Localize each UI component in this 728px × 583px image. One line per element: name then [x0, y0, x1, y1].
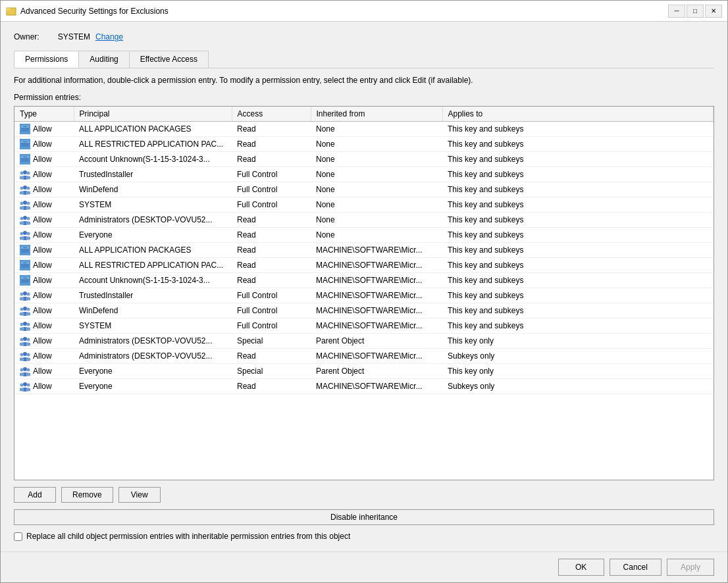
cell-access: Read [232, 151, 311, 166]
cell-principal: WinDefend [74, 303, 232, 318]
cell-inherited: Parent Object [311, 333, 442, 348]
people-icon [20, 366, 30, 376]
cell-principal: Administrators (DESKTOP-VOVU52... [74, 333, 232, 348]
cell-inherited: MACHINE\SOFTWARE\Micr... [311, 378, 442, 393]
col-header-access: Access [232, 107, 311, 122]
content-area: Owner: SYSTEM Change Permissions Auditin… [1, 22, 727, 551]
apply-button[interactable]: Apply [667, 559, 714, 576]
cell-principal: SYSTEM [74, 318, 232, 333]
tab-auditing[interactable]: Auditing [78, 51, 129, 68]
svg-point-56 [23, 292, 27, 295]
svg-point-88 [20, 368, 24, 371]
package-icon [20, 154, 30, 165]
minimize-button[interactable]: ─ [668, 5, 685, 18]
info-text: For additional information, double-click… [14, 75, 714, 86]
disable-inheritance-button[interactable]: Disable inheritance [14, 509, 714, 525]
people-icon [20, 351, 30, 361]
svg-rect-1 [7, 8, 11, 11]
people-icon [20, 184, 30, 195]
svg-point-90 [27, 368, 30, 371]
cell-access: Full Control [232, 318, 311, 333]
cell-applies: This key only [442, 333, 714, 348]
cell-inherited: None [311, 182, 442, 197]
cell-type: Allow [14, 257, 74, 272]
people-icon [20, 336, 30, 346]
table-row[interactable]: Allow TrustedInstaller Full Control MACH… [14, 288, 714, 303]
table-row[interactable]: Allow Account Unknown(S-1-15-3-1024-3...… [14, 272, 714, 288]
table-row[interactable]: Allow WinDefend Full Control None This k… [14, 182, 714, 197]
cell-applies: This key and subkeys [442, 136, 714, 151]
people-icon [20, 215, 30, 225]
svg-point-76 [20, 338, 24, 341]
tab-permissions[interactable]: Permissions [14, 51, 79, 68]
maximize-button[interactable]: □ [687, 5, 704, 18]
cell-access: Read [232, 257, 311, 272]
cell-type: Allow [14, 151, 74, 166]
cell-principal: ALL RESTRICTED APPLICATION PAC... [74, 136, 232, 151]
cell-access: Read [232, 121, 311, 136]
tab-effective-access[interactable]: Effective Access [129, 51, 209, 68]
svg-point-82 [20, 353, 24, 356]
footer: OK Cancel Apply [1, 551, 727, 582]
table-row[interactable]: Allow WinDefend Full Control MACHINE\SOF… [14, 303, 714, 318]
view-button[interactable]: View [118, 487, 161, 503]
cell-type: Allow [14, 121, 74, 136]
table-row[interactable]: Allow ALL APPLICATION PACKAGES Read None… [14, 121, 714, 136]
cell-type: Allow [14, 333, 74, 348]
table-row[interactable]: Allow Everyone Read MACHINE\SOFTWARE\Mic… [14, 378, 714, 393]
cell-access: Full Control [232, 288, 311, 303]
table-row[interactable]: Allow ALL RESTRICTED APPLICATION PAC... … [14, 257, 714, 272]
svg-point-24 [27, 186, 30, 190]
people-icon [20, 290, 30, 301]
table-row[interactable]: Allow ALL APPLICATION PACKAGES Read MACH… [14, 242, 714, 257]
package-icon [20, 275, 30, 286]
table-row[interactable]: Allow Everyone Special Parent Object Thi… [14, 363, 714, 378]
svg-point-68 [23, 322, 27, 326]
svg-point-18 [27, 171, 30, 174]
cell-type: Allow [14, 242, 74, 257]
svg-rect-13 [23, 157, 27, 157]
add-button[interactable]: Add [14, 487, 56, 503]
svg-point-66 [27, 307, 30, 311]
table-row[interactable]: Allow Administrators (DESKTOP-VOVU52... … [14, 212, 714, 227]
permissions-table-container[interactable]: Type Principal Access Inherited from App… [14, 106, 714, 480]
remove-button[interactable]: Remove [61, 487, 113, 503]
cell-type: Allow [14, 212, 74, 227]
cell-inherited: MACHINE\SOFTWARE\Micr... [311, 318, 442, 333]
table-row[interactable]: Allow TrustedInstaller Full Control None… [14, 166, 714, 182]
ok-button[interactable]: OK [558, 559, 604, 576]
cell-inherited: MACHINE\SOFTWARE\Micr... [311, 288, 442, 303]
cell-type: Allow [14, 288, 74, 303]
cell-applies: This key and subkeys [442, 227, 714, 242]
table-row[interactable]: Allow Everyone Read None This key and su… [14, 227, 714, 242]
people-icon [20, 305, 30, 316]
svg-rect-9 [23, 141, 27, 142]
svg-point-34 [20, 216, 24, 220]
package-icon [20, 245, 30, 255]
svg-point-94 [20, 383, 24, 386]
people-icon [20, 230, 30, 240]
main-window: Advanced Security Settings for Exclusion… [0, 0, 728, 583]
change-owner-link[interactable]: Change [95, 32, 123, 41]
cell-inherited: None [311, 166, 442, 182]
owner-label: Owner: [14, 32, 39, 41]
cell-principal: Account Unknown(S-1-15-3-1024-3... [74, 272, 232, 288]
cell-access: Full Control [232, 303, 311, 318]
table-row[interactable]: Allow Account Unknown(S-1-15-3-1024-3...… [14, 151, 714, 166]
cancel-button[interactable]: Cancel [610, 559, 662, 576]
col-header-applies: Applies to [442, 107, 714, 122]
table-row[interactable]: Allow Administrators (DESKTOP-VOVU52... … [14, 333, 714, 348]
svg-point-64 [20, 307, 24, 311]
cell-applies: This key and subkeys [442, 121, 714, 136]
table-row[interactable]: Allow ALL RESTRICTED APPLICATION PAC... … [14, 136, 714, 151]
table-row[interactable]: Allow SYSTEM Full Control None This key … [14, 197, 714, 212]
replace-checkbox[interactable] [14, 532, 22, 541]
close-button[interactable]: ✕ [705, 5, 722, 18]
cell-inherited: None [311, 227, 442, 242]
people-icon [20, 320, 30, 331]
window-title: Advanced Security Settings for Exclusion… [20, 7, 668, 16]
people-icon [20, 199, 30, 210]
table-row[interactable]: Allow SYSTEM Full Control MACHINE\SOFTWA… [14, 318, 714, 333]
svg-point-92 [23, 382, 27, 386]
table-row[interactable]: Allow Administrators (DESKTOP-VOVU52... … [14, 348, 714, 363]
